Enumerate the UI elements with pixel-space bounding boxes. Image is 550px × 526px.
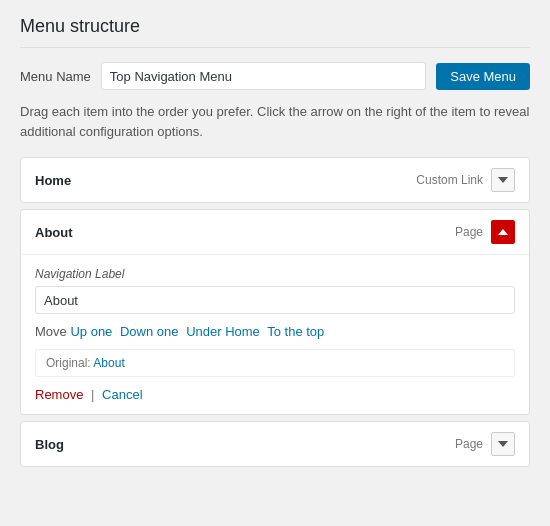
chevron-down-icon-blog: [498, 441, 508, 447]
menu-item-about-body: Navigation Label Move Up one Down one Un…: [21, 254, 529, 414]
move-label: Move: [35, 324, 67, 339]
move-row: Move Up one Down one Under Home To the t…: [35, 324, 515, 339]
menu-item-about-type: Page: [455, 225, 483, 239]
menu-item-blog-type: Page: [455, 437, 483, 451]
menu-item-about: About Page Navigation Label Move Up one …: [20, 209, 530, 415]
cancel-link[interactable]: Cancel: [102, 387, 142, 402]
separator: |: [91, 387, 94, 402]
menu-item-home-toggle[interactable]: [491, 168, 515, 192]
menu-name-input[interactable]: [101, 62, 426, 90]
original-row: Original: About: [35, 349, 515, 377]
menu-item-about-title: About: [35, 225, 455, 240]
move-down-one-link[interactable]: Down one: [120, 324, 179, 339]
menu-item-about-header[interactable]: About Page: [21, 210, 529, 254]
move-up-one-link[interactable]: Up one: [70, 324, 112, 339]
menu-item-blog-header[interactable]: Blog Page: [21, 422, 529, 466]
original-label: Original:: [46, 356, 91, 370]
menu-item-blog-toggle[interactable]: [491, 432, 515, 456]
drag-hint: Drag each item into the order you prefer…: [20, 102, 530, 141]
page-title: Menu structure: [20, 16, 530, 48]
move-to-top-link[interactable]: To the top: [267, 324, 324, 339]
action-row: Remove | Cancel: [35, 387, 515, 402]
menu-item-home: Home Custom Link: [20, 157, 530, 203]
remove-link[interactable]: Remove: [35, 387, 83, 402]
menu-item-home-type: Custom Link: [416, 173, 483, 187]
menu-name-label: Menu Name: [20, 69, 91, 84]
nav-label-input[interactable]: [35, 286, 515, 314]
original-value-link[interactable]: About: [93, 356, 124, 370]
nav-label-label: Navigation Label: [35, 267, 515, 281]
save-menu-button[interactable]: Save Menu: [436, 63, 530, 90]
menu-item-home-header[interactable]: Home Custom Link: [21, 158, 529, 202]
move-under-home-link[interactable]: Under Home: [186, 324, 260, 339]
menu-item-blog-title: Blog: [35, 437, 455, 452]
chevron-up-icon: [498, 229, 508, 235]
menu-item-blog: Blog Page: [20, 421, 530, 467]
chevron-down-icon: [498, 177, 508, 183]
menu-item-about-toggle[interactable]: [491, 220, 515, 244]
menu-item-home-title: Home: [35, 173, 416, 188]
